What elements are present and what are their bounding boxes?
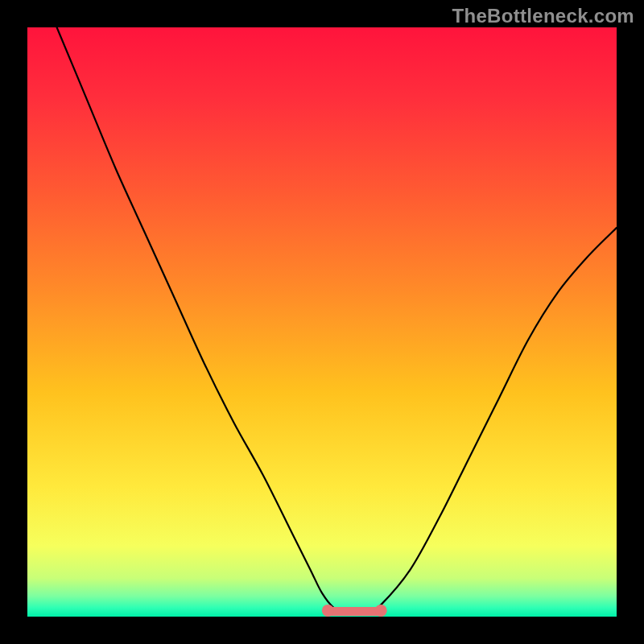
watermark-text: TheBottleneck.com — [452, 5, 634, 27]
chart-plot-area — [27, 27, 617, 617]
chart-frame: TheBottleneck.com — [0, 0, 644, 644]
gradient-background — [27, 27, 617, 617]
svg-point-2 — [375, 605, 387, 617]
bottleneck-chart — [27, 27, 617, 617]
svg-point-1 — [322, 605, 334, 617]
